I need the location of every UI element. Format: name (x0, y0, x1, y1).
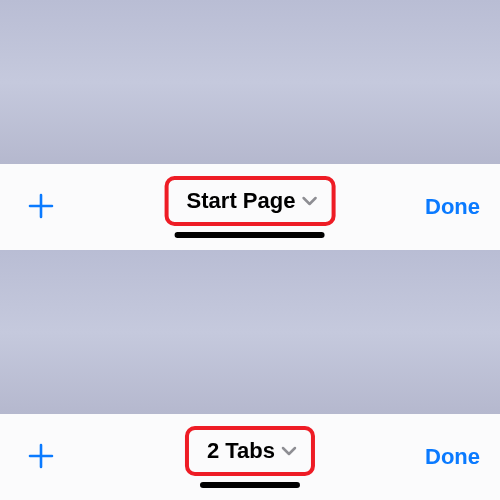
tab-group-selector-wrap: Start Page (165, 176, 336, 238)
chevron-down-icon (281, 446, 297, 456)
new-tab-button[interactable] (28, 440, 54, 474)
chevron-down-icon (301, 196, 317, 206)
bottom-toolbar: 2 Tabs Done (0, 414, 500, 500)
bottom-toolbar: Start Page Done (0, 164, 500, 250)
home-indicator (200, 482, 300, 488)
tab-group-selector-wrap: 2 Tabs (185, 426, 315, 488)
done-button[interactable]: Done (425, 194, 480, 220)
plus-icon (28, 443, 54, 469)
tab-group-selector[interactable]: 2 Tabs (185, 426, 315, 476)
new-tab-button[interactable] (28, 190, 54, 224)
tab-group-label: 2 Tabs (207, 438, 275, 464)
done-button[interactable]: Done (425, 444, 480, 470)
tab-overview-panel-2: 2 Tabs Done (0, 250, 500, 500)
tab-group-selector[interactable]: Start Page (165, 176, 336, 226)
background-area (0, 250, 500, 414)
tab-overview-panel-1: Start Page Done (0, 0, 500, 250)
home-indicator (175, 232, 325, 238)
background-area (0, 0, 500, 164)
tab-group-label: Start Page (187, 188, 296, 214)
plus-icon (28, 193, 54, 219)
